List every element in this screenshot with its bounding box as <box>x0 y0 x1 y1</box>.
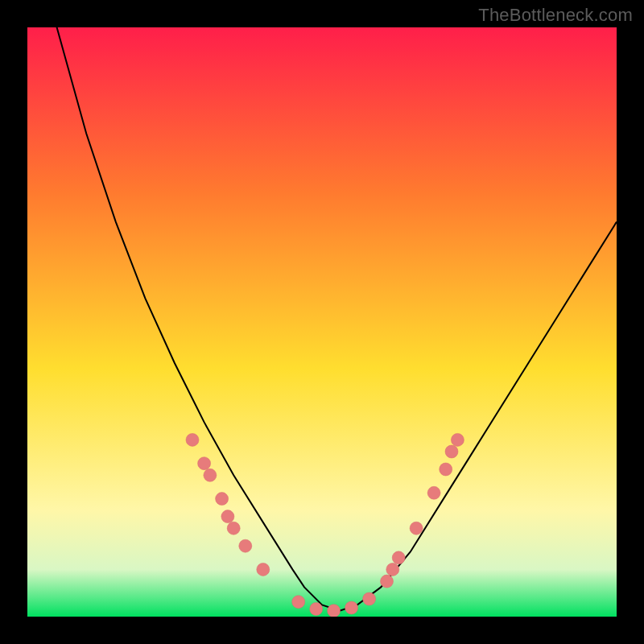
data-point-p2 <box>198 457 211 470</box>
data-point-p15 <box>386 563 399 576</box>
data-point-p18 <box>427 486 440 499</box>
data-point-p16 <box>392 551 405 564</box>
chart-stage: TheBottleneck.com <box>0 0 644 644</box>
data-point-p14 <box>381 575 394 588</box>
data-point-p8 <box>257 563 270 576</box>
data-point-p9 <box>292 596 305 609</box>
data-point-p5 <box>221 510 234 523</box>
gradient-background <box>27 27 617 617</box>
data-point-p10 <box>310 603 323 616</box>
watermark-text: TheBottleneck.com <box>478 5 633 26</box>
data-point-p11 <box>328 605 341 617</box>
data-point-p13 <box>363 592 376 605</box>
plot-svg <box>27 27 617 617</box>
data-point-p7 <box>239 539 252 552</box>
data-point-p20 <box>445 445 458 458</box>
data-point-p19 <box>440 463 452 476</box>
data-point-p17 <box>410 522 423 535</box>
data-point-p3 <box>204 469 217 481</box>
data-point-p21 <box>451 433 464 446</box>
data-point-p1 <box>186 433 199 446</box>
data-point-p4 <box>216 493 229 506</box>
data-point-p12 <box>345 601 358 614</box>
plot-area <box>27 27 617 617</box>
data-point-p6 <box>227 522 240 535</box>
